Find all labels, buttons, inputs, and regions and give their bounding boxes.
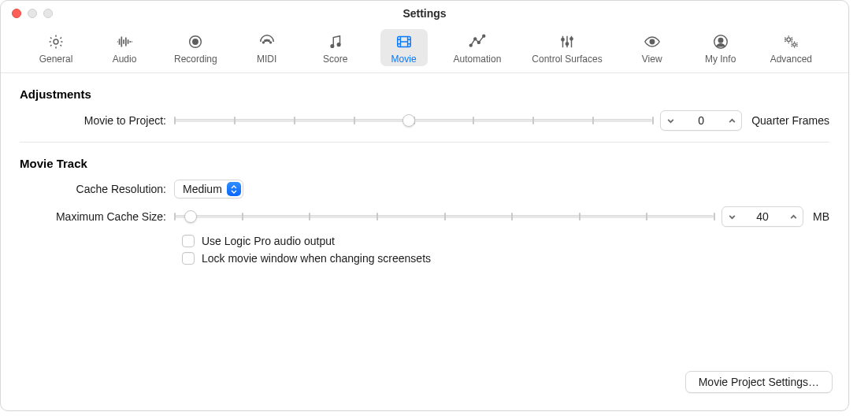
close-window-button[interactable] bbox=[12, 9, 21, 18]
movie-to-project-unit: Quarter Frames bbox=[751, 114, 829, 127]
tab-label: General bbox=[39, 54, 73, 65]
cache-resolution-value: Medium bbox=[183, 183, 227, 195]
waveform-icon bbox=[113, 32, 135, 51]
tab-label: Movie bbox=[391, 54, 417, 65]
person-circle-icon bbox=[710, 32, 732, 51]
svg-point-15 bbox=[562, 39, 564, 41]
svg-point-20 bbox=[718, 38, 723, 43]
tab-midi[interactable]: MIDI bbox=[243, 29, 291, 66]
svg-point-22 bbox=[793, 43, 796, 46]
svg-point-6 bbox=[264, 40, 265, 42]
music-notes-icon bbox=[325, 32, 347, 51]
svg-point-3 bbox=[262, 42, 264, 43]
section-divider bbox=[20, 142, 829, 143]
sliders-icon bbox=[556, 32, 578, 51]
lock-movie-window-label: Lock movie window when changing screense… bbox=[202, 252, 431, 265]
svg-point-18 bbox=[650, 39, 655, 44]
svg-point-5 bbox=[269, 42, 271, 43]
tab-label: Audio bbox=[113, 54, 137, 65]
max-cache-unit: MB bbox=[813, 210, 829, 223]
titlebar: Settings bbox=[1, 1, 848, 26]
svg-point-17 bbox=[570, 38, 573, 40]
window-title: Settings bbox=[1, 7, 848, 20]
tab-score[interactable]: Score bbox=[312, 29, 359, 66]
cache-resolution-label: Cache Resolution: bbox=[20, 183, 174, 195]
gears-icon bbox=[780, 32, 802, 51]
svg-point-13 bbox=[477, 41, 480, 43]
gear-icon bbox=[45, 32, 67, 51]
movie-project-settings-button[interactable]: Movie Project Settings… bbox=[685, 371, 833, 393]
movie-track-header: Movie Track bbox=[20, 157, 829, 170]
midi-icon bbox=[256, 32, 278, 51]
footer: Movie Project Settings… bbox=[685, 371, 833, 393]
stepper-down-icon[interactable] bbox=[722, 213, 741, 221]
svg-point-21 bbox=[787, 38, 791, 42]
tab-general[interactable]: General bbox=[32, 29, 80, 66]
tab-label: Score bbox=[323, 54, 347, 65]
svg-point-9 bbox=[337, 43, 340, 46]
tab-label: MIDI bbox=[257, 54, 276, 65]
settings-content: Adjustments Movie to Project: 0 bbox=[1, 73, 848, 265]
cache-resolution-row: Cache Resolution: Medium bbox=[20, 180, 829, 198]
svg-point-7 bbox=[268, 40, 269, 42]
movie-to-project-label: Movie to Project: bbox=[20, 114, 174, 127]
tab-label: Recording bbox=[174, 54, 217, 65]
svg-point-8 bbox=[331, 45, 334, 48]
stepper-up-icon[interactable] bbox=[722, 117, 741, 125]
minimize-window-button[interactable] bbox=[28, 9, 37, 18]
tab-view[interactable]: View bbox=[629, 29, 676, 66]
tab-my-info[interactable]: My Info bbox=[697, 29, 744, 66]
use-logic-audio-row[interactable]: Use Logic Pro audio output bbox=[182, 235, 829, 247]
max-cache-value: 40 bbox=[741, 210, 784, 223]
max-cache-slider[interactable] bbox=[174, 207, 714, 226]
tab-label: Automation bbox=[454, 54, 502, 65]
movie-to-project-slider[interactable] bbox=[174, 111, 652, 130]
tab-label: View bbox=[642, 54, 662, 65]
use-logic-audio-checkbox[interactable] bbox=[182, 235, 195, 247]
stepper-up-icon[interactable] bbox=[784, 213, 803, 221]
tab-movie[interactable]: Movie bbox=[380, 29, 428, 66]
svg-point-16 bbox=[566, 43, 568, 45]
lock-movie-window-checkbox[interactable] bbox=[182, 252, 195, 265]
record-icon bbox=[184, 32, 206, 51]
svg-point-0 bbox=[54, 39, 58, 44]
settings-toolbar: General Audio Recording MIDI Score bbox=[1, 26, 848, 73]
movie-to-project-stepper[interactable]: 0 bbox=[660, 110, 742, 131]
settings-window: Settings General Audio Recording MI bbox=[0, 0, 849, 411]
tab-label: Advanced bbox=[770, 54, 812, 65]
max-cache-stepper[interactable]: 40 bbox=[721, 206, 803, 227]
max-cache-row: Maximum Cache Size: 40 MB bbox=[20, 206, 829, 227]
movie-to-project-row: Movie to Project: 0 Quarter Frames bbox=[20, 110, 829, 131]
tab-label: Control Surfaces bbox=[532, 54, 602, 65]
tab-advanced[interactable]: Advanced bbox=[766, 29, 817, 66]
svg-point-11 bbox=[469, 44, 472, 46]
use-logic-audio-label: Use Logic Pro audio output bbox=[202, 235, 335, 247]
svg-point-12 bbox=[474, 38, 477, 40]
zoom-window-button[interactable] bbox=[43, 9, 53, 18]
movie-to-project-value: 0 bbox=[680, 114, 722, 127]
window-controls bbox=[1, 9, 53, 18]
adjustments-header: Adjustments bbox=[20, 87, 829, 101]
svg-point-14 bbox=[483, 35, 485, 37]
lock-movie-window-row[interactable]: Lock movie window when changing screense… bbox=[182, 252, 829, 265]
popup-arrows-icon bbox=[227, 182, 241, 196]
automation-icon bbox=[466, 32, 488, 51]
tab-automation[interactable]: Automation bbox=[449, 29, 506, 66]
film-icon bbox=[393, 32, 415, 51]
cache-resolution-popup[interactable]: Medium bbox=[174, 180, 243, 198]
svg-point-4 bbox=[266, 39, 268, 41]
eye-icon bbox=[641, 32, 663, 51]
tab-recording[interactable]: Recording bbox=[169, 29, 222, 66]
svg-point-2 bbox=[193, 39, 198, 44]
tab-control-surfaces[interactable]: Control Surfaces bbox=[527, 29, 606, 66]
max-cache-label: Maximum Cache Size: bbox=[20, 210, 174, 223]
tab-label: My Info bbox=[705, 54, 736, 65]
tab-audio[interactable]: Audio bbox=[101, 29, 148, 66]
stepper-down-icon[interactable] bbox=[661, 117, 680, 125]
